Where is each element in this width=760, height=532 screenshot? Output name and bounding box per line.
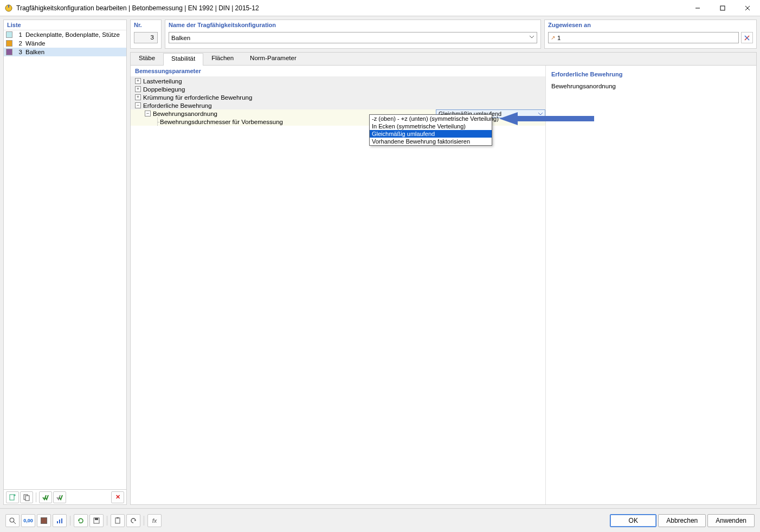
close-button[interactable] [735,0,760,16]
svg-rect-6 [10,495,14,500]
tree-label: Krümmung für erforderliche Bewehrung [143,94,252,101]
tree-toggle[interactable]: + [135,78,141,84]
list-item-label: Balken [25,49,44,55]
name-box: Name der Tragfähigkeitskonfiguration Bal… [165,20,541,49]
color-swatch [6,31,12,38]
right-panel: Nr. 3 Name der Tragfähigkeitskonfigurati… [130,20,757,505]
name-combo-value: Balken [171,35,190,41]
minimize-button[interactable] [685,0,710,16]
list-item[interactable]: 2 Wände [4,39,126,48]
dropdown-item[interactable]: Vorhandene Bewehrung faktorisieren [370,138,492,145]
dropdown-item[interactable]: -z (oben) - +z (unten) (symmetrische Ver… [370,115,492,122]
tree-row[interactable]: +Doppelbiegung [131,85,545,93]
arrow-annotation [499,111,597,126]
dropdown-item[interactable]: Gleichmäßig umlaufend [370,130,492,138]
tree-label: Bewehrungsdurchmesser für Vorbemessung [160,119,283,125]
tree-label: Bewehrungsanordnung [153,111,217,117]
assign-value: 1 [557,35,561,41]
refresh-button[interactable] [74,514,88,527]
nr-label: Nr. [131,20,161,28]
list-body: 1 Deckenplatte, Bodenplatte, Stütze 2 Wä… [4,30,126,489]
tab-flächen[interactable]: Flächen [203,53,242,65]
svg-rect-23 [117,517,119,518]
units-button[interactable]: 0,00 [21,514,35,527]
tree-label: Lastverteilung [143,78,182,85]
svg-rect-19 [61,518,62,523]
svg-rect-10 [25,496,29,501]
check-gray-button[interactable] [53,491,66,503]
cancel-button[interactable]: Abbrechen [658,514,706,527]
tab-stäbe[interactable]: Stäbe [131,53,163,65]
list-item-label: Deckenplatte, Bodenplatte, Stütze [25,31,120,38]
params-column: Bemessungsparameter +Lastverteilung+Dopp… [131,66,546,504]
window-title: Tragfähigkeitskonfiguration bearbeiten |… [16,4,259,12]
svg-line-16 [14,522,16,524]
list-item[interactable]: 1 Deckenplatte, Bodenplatte, Stütze [4,30,126,39]
svg-rect-1 [8,5,9,8]
tab-norm-parameter[interactable]: Norm-Parameter [242,53,305,65]
svg-marker-14 [499,112,518,125]
save-button[interactable] [89,514,104,527]
list-item-label: Wände [25,40,45,47]
tab-stabilität[interactable]: Stabilität [163,53,203,66]
side-header: Erforderliche Bewehrung [551,69,751,80]
apply-button[interactable]: Anwenden [707,514,755,527]
nr-box: Nr. 3 [130,20,162,49]
maximize-button[interactable] [710,0,735,16]
left-panel: Liste 1 Deckenplatte, Bodenplatte, Stütz… [3,20,127,505]
search-icon[interactable] [5,514,20,527]
list-header: Liste [4,20,126,30]
window-buttons [685,0,760,16]
new-button[interactable] [6,491,19,503]
list-item-num: 1 [15,31,22,38]
body-area: Liste 1 Deckenplatte, Bodenplatte, Stütz… [0,16,760,508]
tree-row[interactable]: +Krümmung für erforderliche Bewehrung [131,93,545,101]
svg-rect-22 [115,518,120,523]
assign-box: Zugewiesen an ↗ 1 [544,20,757,49]
top-row: Nr. 3 Name der Tragfähigkeitskonfigurati… [130,20,757,49]
tree-toggle[interactable]: + [135,86,141,92]
name-combo[interactable]: Balken [169,32,537,43]
tree-toggle[interactable]: + [135,94,141,100]
ok-button[interactable]: OK [610,514,656,527]
color-swatch [6,40,12,47]
tree-label: Erforderliche Bewehrung [143,102,212,109]
main-box: StäbeStabilitätFlächenNorm-Parameter Bem… [130,52,757,505]
tree-label: Doppelbiegung [143,86,185,93]
copy-button[interactable] [20,491,33,503]
member-icon: ↗ [551,35,555,41]
params-header: Bemessungsparameter [131,66,545,77]
dropdown-popup[interactable]: -z (oben) - +z (unten) (symmetrische Ver… [369,114,492,146]
side-column: Erforderliche Bewehrung Bewehrungsanordn… [546,66,756,504]
color-swatch-button[interactable] [37,514,51,527]
assign-label: Zugewiesen an [545,20,756,28]
tree-connector [157,118,158,126]
tabs: StäbeStabilitätFlächenNorm-Parameter [131,53,756,66]
list-item[interactable]: 3 Balken [4,48,126,56]
app-icon [4,4,13,12]
tree-toggle[interactable]: − [145,111,151,116]
assign-field[interactable]: ↗ 1 [548,32,739,43]
list-item-num: 3 [15,49,22,55]
function-button[interactable]: fx [147,514,162,527]
check-green-button[interactable] [39,491,52,503]
svg-rect-3 [720,6,725,10]
chevron-down-icon [529,34,534,41]
left-toolbar: ✕ [4,489,126,504]
tree-row[interactable]: −Erforderliche Bewehrung [131,101,545,109]
list-item-num: 2 [15,40,22,47]
graph-button[interactable] [53,514,67,527]
bottom-bar: 0,00 fx OK Abbrechen Anwenden [0,508,760,532]
delete-button[interactable]: ✕ [111,491,124,503]
svg-rect-18 [59,520,60,523]
nr-field[interactable]: 3 [134,32,158,43]
svg-point-15 [10,518,14,522]
dropdown-item[interactable]: In Ecken (symmetrische Verteilung) [370,122,492,130]
tree-row[interactable]: +Lastverteilung [131,77,545,85]
tree-toggle[interactable]: − [135,102,141,108]
pick-button[interactable] [741,32,753,43]
clipboard-button[interactable] [111,514,125,527]
svg-rect-17 [57,521,58,523]
main-content: Bemessungsparameter +Lastverteilung+Dopp… [131,66,756,504]
undo-button[interactable] [126,514,140,527]
